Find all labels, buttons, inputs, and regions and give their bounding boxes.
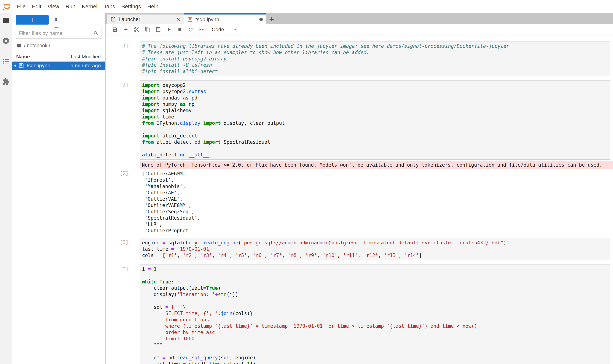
name-header-label: Name — [16, 54, 30, 60]
code-cell-4: [*]:i = 1while True: clear_output(wait=T… — [106, 264, 610, 364]
code-editor[interactable]: import psycopg2import psycopg2.extrasimp… — [140, 80, 610, 160]
file-list: tsdb.ipynba minute ago — [12, 62, 105, 70]
upload-button[interactable] — [49, 15, 64, 25]
column-header-last-modified[interactable]: Last Modified — [54, 54, 105, 60]
notebook-toolbar: Code — [106, 24, 613, 35]
sidebar-file-browser[interactable] — [2, 16, 10, 24]
file-browser-toolbar: + — [12, 13, 105, 26]
extension-manager-icon — [2, 78, 10, 85]
sidebar-running-kernels[interactable] — [2, 37, 10, 45]
unsaved-changes-indicator — [259, 18, 263, 21]
result-text: ['OutlierAEGMM', 'IForest', 'Mahalanobis… — [140, 170, 610, 234]
input-prompt: [*]: — [106, 264, 140, 272]
code-cell-3: [3]:engine = sqlalchemy.create_engine("p… — [106, 238, 610, 260]
menu-settings[interactable]: Settings — [118, 0, 144, 13]
sidebar-extension-manager[interactable] — [2, 78, 10, 86]
filter-box — [16, 28, 101, 39]
save-button[interactable] — [110, 26, 121, 34]
fast-forward-button[interactable] — [196, 26, 207, 34]
cell-type-dropdown[interactable]: Code — [212, 26, 237, 33]
close-tab-button[interactable] — [176, 17, 181, 22]
input-prompt: [2]: — [106, 80, 140, 88]
restart-icon — [188, 27, 193, 32]
tab-label: Launcher — [119, 16, 176, 22]
code-cell-2: [2]:import psycopg2import psycopg2.extra… — [106, 80, 610, 160]
menu-kernel[interactable]: Kernel — [79, 0, 100, 13]
save-icon — [112, 27, 118, 32]
file-browser-panel: + / notebook / Name Last Modified tsdb.i… — [12, 13, 106, 364]
output-prompt: [2]: — [106, 170, 140, 176]
menu-bar-items: FileEditViewRunKernelTabsSettingsHelp — [14, 0, 162, 13]
execute-result: [2]:['OutlierAEGMM', 'IForest', 'Mahalan… — [106, 170, 610, 234]
running-indicator — [14, 65, 16, 66]
tab-tsdb-ipynb[interactable]: tsdb.ipynb — [184, 13, 266, 24]
restart-button[interactable] — [185, 26, 196, 34]
input-prompt: [3]: — [106, 238, 140, 245]
cut-icon — [134, 27, 139, 32]
home-folder-icon[interactable] — [16, 43, 22, 48]
file-list-header: Name Last Modified — [12, 52, 105, 62]
fast-forward-icon — [199, 27, 204, 32]
notebook: [1]:# The following libraries have alrea… — [106, 35, 613, 364]
chevron-down-icon — [232, 27, 237, 32]
menu-tabs[interactable]: Tabs — [100, 0, 118, 13]
cut-button[interactable] — [131, 26, 142, 34]
search-icon — [93, 30, 99, 36]
breadcrumb: / notebook / — [12, 39, 105, 49]
left-sidebar — [0, 13, 12, 364]
add-tab-button[interactable]: + — [266, 14, 277, 24]
add-cell-icon — [123, 27, 129, 32]
upload-icon — [53, 16, 60, 23]
menu-edit[interactable]: Edit — [29, 0, 44, 13]
stderr-output: None of PyTorch, TensorFlow >= 2.0, or F… — [106, 161, 613, 169]
new-launcher-button[interactable]: + — [16, 15, 49, 25]
tab-launcher[interactable]: Launcher — [108, 14, 184, 24]
code-editor[interactable]: i = 1while True: clear_output(wait=True)… — [140, 264, 610, 364]
column-header-name[interactable]: Name — [12, 52, 54, 61]
cell-type-value: Code — [212, 26, 224, 33]
run-button[interactable] — [164, 26, 175, 34]
toolbar-buttons — [110, 26, 207, 34]
table-of-contents-icon — [2, 57, 10, 65]
code-editor[interactable]: # The following libraries have already b… — [140, 41, 610, 76]
stop-icon — [177, 27, 183, 32]
running-kernels-icon — [2, 37, 10, 44]
paste-button[interactable] — [153, 26, 164, 34]
stop-button[interactable] — [175, 26, 185, 34]
menu-view[interactable]: View — [44, 0, 62, 13]
input-prompt: [1]: — [106, 41, 140, 49]
add-cell-button[interactable] — [121, 26, 131, 34]
tab-label: tsdb.ipynb — [195, 16, 259, 23]
launcher-icon — [110, 16, 116, 22]
jupyter-logo-icon — [2, 1, 12, 12]
sort-caret-up-icon — [47, 55, 51, 59]
file-browser-icon — [2, 16, 10, 24]
paste-icon — [155, 27, 161, 32]
filter-files-input[interactable] — [16, 28, 101, 39]
tabs: Launchertsdb.ipynb — [108, 13, 266, 24]
copy-icon — [145, 27, 150, 32]
run-icon — [166, 27, 172, 32]
menu-file[interactable]: File — [14, 0, 29, 13]
sidebar-table-of-contents[interactable] — [2, 57, 10, 65]
file-last-modified: a minute ago — [70, 63, 105, 69]
notebook-file-icon — [18, 63, 24, 68]
breadcrumb-path[interactable]: / notebook / — [24, 43, 50, 49]
menu-run[interactable]: Run — [62, 0, 79, 13]
main-dock: Launchertsdb.ipynb + Code [1]:# The foll… — [106, 13, 613, 364]
menu-bar: FileEditViewRunKernelTabsSettingsHelp — [0, 0, 613, 13]
tab-bar: Launchertsdb.ipynb + — [106, 13, 613, 24]
code-cell-1: [1]:# The following libraries have alrea… — [106, 41, 610, 76]
file-row[interactable]: tsdb.ipynba minute ago — [12, 62, 105, 70]
notebook-icon — [187, 17, 193, 22]
code-editor[interactable]: engine = sqlalchemy.create_engine("postg… — [140, 238, 610, 260]
menu-help[interactable]: Help — [144, 0, 162, 13]
warning-text: None of PyTorch, TensorFlow >= 2.0, or F… — [140, 161, 613, 169]
file-name: tsdb.ipynb — [27, 63, 70, 69]
copy-button[interactable] — [142, 26, 153, 34]
